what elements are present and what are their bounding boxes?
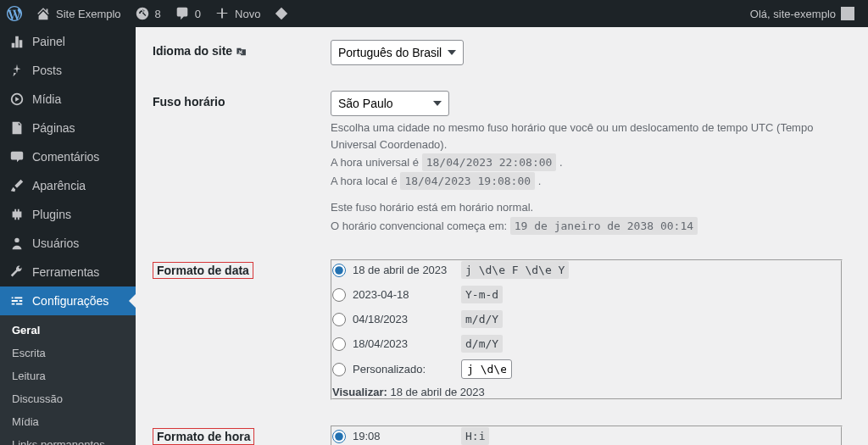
- wrench-icon: [8, 264, 25, 281]
- update-icon: [135, 6, 150, 21]
- label-site-language: Idioma do site: [153, 27, 322, 78]
- submenu-writing[interactable]: Escrita: [0, 342, 136, 364]
- comment-icon: [8, 148, 25, 165]
- admin-menu: Painel Posts Mídia Páginas Comentários A…: [0, 27, 136, 445]
- submenu-permalinks[interactable]: Links permanentes: [0, 433, 136, 445]
- time-radio-0[interactable]: [332, 430, 346, 443]
- wordpress-icon: [7, 6, 22, 21]
- local-time-line: A hora local é 18/04/2023 19:08:00 .: [331, 173, 843, 190]
- date-radio-0[interactable]: [332, 264, 346, 277]
- toolbar-wp-logo[interactable]: [0, 0, 29, 27]
- label-timezone: Fuso horário: [153, 78, 322, 247]
- label-time-format: Formato de hora: [153, 413, 322, 445]
- translate-icon: [236, 46, 248, 58]
- toolbar-comments-count: 0: [195, 8, 201, 20]
- submenu-media[interactable]: Mídia: [0, 410, 136, 433]
- menu-plugins[interactable]: Plugins: [0, 200, 136, 229]
- toolbar-updates[interactable]: 8: [128, 0, 168, 27]
- settings-submenu: Geral Escrita Leitura Discussão Mídia Li…: [0, 315, 136, 445]
- menu-appearance[interactable]: Aparência: [0, 171, 136, 200]
- user-icon: [8, 235, 25, 252]
- date-format-options: 18 de abril de 2023j \d\e F \d\e Y 2023-…: [331, 259, 843, 400]
- menu-posts[interactable]: Posts: [0, 56, 136, 85]
- menu-tools[interactable]: Ferramentas: [0, 258, 136, 286]
- timezone-select[interactable]: São Paulo: [331, 91, 449, 116]
- date-option-1[interactable]: 2023-04-18Y-m-d: [332, 286, 841, 303]
- date-radio-3[interactable]: [332, 337, 346, 351]
- brush-icon: [8, 177, 25, 194]
- submenu-general[interactable]: Geral: [0, 319, 136, 342]
- avatar: [841, 7, 854, 20]
- comment-icon: [175, 6, 190, 21]
- toolbar-site-name[interactable]: Site Exemplo: [29, 0, 128, 27]
- submenu-reading[interactable]: Leitura: [0, 364, 136, 387]
- media-icon: [8, 91, 25, 108]
- plugin-icon: [8, 206, 25, 223]
- toolbar-updates-count: 8: [155, 8, 161, 20]
- date-option-3[interactable]: 18/04/2023d/m/Y: [332, 335, 841, 353]
- time-format-options: 19:08H:i 7:08 PMg:i A Personalizado: Vis…: [331, 426, 843, 445]
- toolbar-site-label: Site Exemplo: [56, 8, 121, 20]
- dashboard-icon: [8, 33, 25, 50]
- date-radio-1[interactable]: [332, 288, 346, 302]
- date-radio-2[interactable]: [332, 313, 346, 326]
- menu-settings[interactable]: Configurações: [0, 286, 136, 315]
- diamond-icon: [274, 6, 289, 21]
- time-option-0[interactable]: 19:08H:i: [332, 427, 841, 445]
- utc-time-value: 18/04/2023 22:08:00: [422, 153, 557, 171]
- toolbar-extra[interactable]: [267, 0, 296, 27]
- date-custom-input[interactable]: [461, 359, 512, 379]
- tz-normal-line: Este fuso horário está em horário normal…: [331, 199, 843, 216]
- settings-content: Idioma do site Português do Brasil Fuso …: [136, 27, 868, 445]
- toolbar-new[interactable]: Novo: [208, 0, 267, 27]
- sliders-icon: [8, 292, 25, 309]
- date-option-2[interactable]: 04/18/2023m/d/Y: [332, 310, 841, 328]
- date-option-0[interactable]: 18 de abril de 2023j \d\e F \d\e Y: [332, 261, 841, 279]
- svg-point-1: [14, 238, 19, 242]
- plus-icon: [214, 6, 230, 21]
- date-option-custom[interactable]: Personalizado:: [332, 359, 841, 379]
- menu-comments[interactable]: Comentários: [0, 142, 136, 171]
- menu-dashboard[interactable]: Painel: [0, 27, 136, 56]
- home-icon: [36, 6, 51, 21]
- pin-icon: [8, 62, 25, 79]
- toolbar-comments[interactable]: 0: [168, 0, 208, 27]
- submenu-discussion[interactable]: Discussão: [0, 387, 136, 410]
- page-icon: [8, 120, 25, 136]
- dst-start-value: 19 de janeiro de 2038 00:14: [510, 217, 698, 235]
- site-language-select[interactable]: Português do Brasil: [331, 40, 464, 65]
- admin-toolbar: Site Exemplo 8 0 Novo Olá, site-exemplo: [0, 0, 868, 27]
- label-date-format: Formato de data: [153, 247, 322, 413]
- local-time-value: 18/04/2023 19:08:00: [400, 172, 535, 190]
- tz-dst-line: O horário convencional começa em: 19 de …: [331, 218, 843, 235]
- date-preview-value: 18 de abril de 2023: [390, 386, 484, 398]
- toolbar-new-label: Novo: [235, 8, 260, 20]
- toolbar-greeting: Olá, site-exemplo: [750, 8, 836, 20]
- date-radio-custom[interactable]: [332, 363, 346, 376]
- menu-users[interactable]: Usuários: [0, 229, 136, 258]
- menu-pages[interactable]: Páginas: [0, 114, 136, 142]
- toolbar-account[interactable]: Olá, site-exemplo: [743, 7, 868, 20]
- utc-time-line: A hora universal é 18/04/2023 22:08:00 .: [331, 154, 843, 171]
- timezone-description: Escolha uma cidade no mesmo fuso horário…: [331, 120, 843, 153]
- menu-media[interactable]: Mídia: [0, 85, 136, 114]
